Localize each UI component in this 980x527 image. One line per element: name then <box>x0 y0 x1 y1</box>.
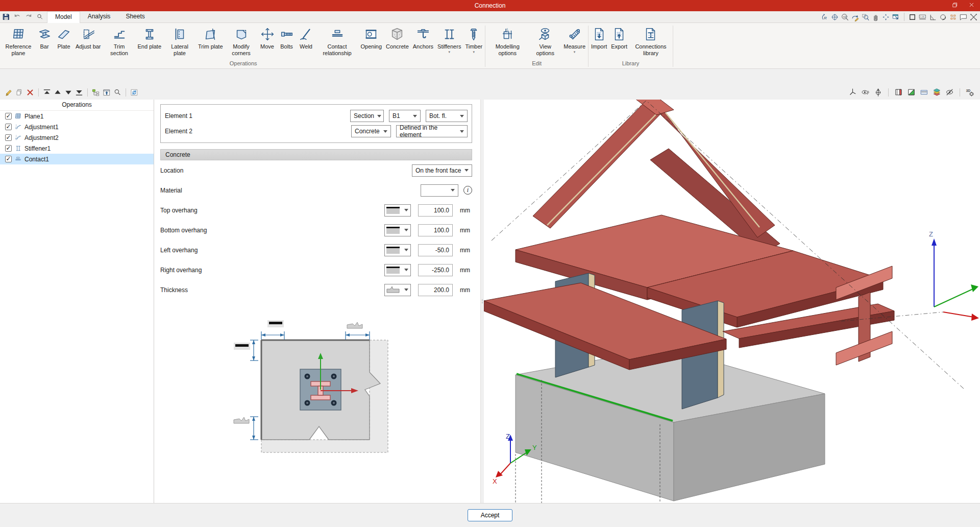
ribbon-button-end-plate[interactable]: End plate <box>136 26 163 51</box>
undo-button[interactable] <box>13 13 21 21</box>
zoom-window-button[interactable] <box>861 13 870 21</box>
layers-button[interactable] <box>932 87 942 97</box>
redo-button[interactable] <box>24 13 33 21</box>
ribbon-button-opening[interactable]: Opening <box>359 26 384 51</box>
tree-item-stiffener1[interactable]: ✓Stiffener1 <box>0 143 154 154</box>
render-3d-button[interactable]: 3D <box>965 87 975 97</box>
dropdown-on-the-front-face[interactable]: On the front face <box>412 164 472 177</box>
checkbox[interactable]: ✓ <box>5 134 12 141</box>
tree-item-adjustment1[interactable]: ✓Adjustment1 <box>0 122 154 132</box>
edit-button[interactable] <box>4 88 13 97</box>
refresh-button[interactable] <box>130 88 139 97</box>
redo-edit-button[interactable] <box>851 13 860 21</box>
move-top-button[interactable] <box>42 88 52 97</box>
ribbon-button-plate[interactable]: Plate <box>54 26 74 51</box>
orbit-center-button[interactable] <box>873 87 883 97</box>
zoom-extents-button[interactable] <box>830 13 839 21</box>
checkbox[interactable]: ✓ <box>5 156 12 162</box>
ribbon-button-modelling-options[interactable]: LModelling options <box>486 26 529 57</box>
close-window-button[interactable] <box>963 0 980 11</box>
solid-view-button[interactable] <box>908 13 917 21</box>
ribbon-button-contact-relationship[interactable]: Contact relationship <box>316 26 359 57</box>
checkbox[interactable]: ✓ <box>5 145 12 152</box>
pan-button[interactable] <box>871 13 880 21</box>
value-input-top-overhang[interactable]: 100.0 <box>418 204 453 217</box>
ribbon-button-modify-corners[interactable]: Modify corners <box>225 26 258 57</box>
delete-button[interactable] <box>26 88 35 97</box>
snap-points-button[interactable] <box>949 13 958 21</box>
checkbox[interactable]: ✓ <box>5 124 12 130</box>
zoom-x2-button[interactable]: ×2 <box>841 13 849 21</box>
unit-scale-button[interactable]: 1.00 <box>918 13 927 21</box>
tree-item-contact1[interactable]: ✓Contact1 <box>0 154 154 164</box>
edge-style-dropdown[interactable] <box>384 244 411 256</box>
ribbon-button-bar[interactable]: Bar <box>35 26 54 51</box>
save-button[interactable] <box>2 13 10 21</box>
comment-button[interactable] <box>959 13 968 21</box>
ribbon-button-connections-library[interactable]: Connections library <box>629 26 672 57</box>
capture-button[interactable] <box>892 13 900 21</box>
move-up-button[interactable] <box>53 88 62 97</box>
ribbon-button-timber[interactable]: Timber▾ <box>463 26 484 54</box>
edge-style-dropdown[interactable] <box>384 204 411 217</box>
tab-sheets[interactable]: Sheets <box>118 11 152 22</box>
move-down-button[interactable] <box>64 88 73 97</box>
clip-plane-button[interactable] <box>919 87 929 97</box>
tools-button[interactable] <box>969 13 978 21</box>
section-view-button[interactable] <box>894 87 903 97</box>
hide-button[interactable] <box>945 87 954 97</box>
tab-model[interactable]: Model <box>47 11 80 23</box>
rotate-button[interactable] <box>939 13 947 21</box>
angle-button[interactable] <box>928 13 937 21</box>
value-input-thickness[interactable]: 200.0 <box>418 284 453 296</box>
ribbon-button-anchors[interactable]: Anchors <box>411 26 435 51</box>
ribbon-button-export[interactable]: Export <box>609 26 629 51</box>
ribbon-button-import[interactable]: Import <box>589 26 609 51</box>
ribbon-button-concrete[interactable]: Concrete <box>384 26 411 51</box>
edge-style-dropdown[interactable] <box>384 264 411 276</box>
ribbon-button-measure[interactable]: Measure▾ <box>561 26 587 54</box>
edge-style-dropdown[interactable] <box>384 284 411 296</box>
ribbon-button-bolts[interactable]: Bolts <box>277 26 297 51</box>
tab-analysis[interactable]: Analysis <box>80 11 118 22</box>
edge-style-dropdown[interactable] <box>384 224 411 236</box>
tree-button[interactable] <box>91 88 101 97</box>
value-input-bottom-overhang[interactable]: 100.0 <box>418 224 453 236</box>
ribbon-button-view-options[interactable]: View options <box>529 26 561 57</box>
dropdown-section[interactable]: Section <box>350 110 384 122</box>
ribbon-button-stiffeners[interactable]: Stiffeners▾ <box>435 26 463 54</box>
ribbon-button-weld[interactable]: Weld <box>297 26 316 51</box>
info-icon[interactable]: i <box>463 186 472 195</box>
checkbox[interactable]: ✓ <box>5 113 12 119</box>
tree-item-plane1[interactable]: ✓Plane1 <box>0 111 154 122</box>
find-button[interactable] <box>113 88 122 97</box>
export-panel-button[interactable] <box>102 88 111 97</box>
copy-button[interactable] <box>15 88 24 97</box>
dropdown-b1[interactable]: B1 <box>389 110 421 122</box>
3d-model-scene[interactable]: Z Y X Z <box>484 100 979 503</box>
value-input-left-overhang[interactable]: -50.0 <box>418 244 453 256</box>
accept-button[interactable]: Accept <box>468 509 513 521</box>
workplane-button[interactable] <box>906 87 916 97</box>
dropdown-bot-fl-[interactable]: Bot. fl. <box>426 110 468 122</box>
ribbon-button-adjust-bar[interactable]: Adjust bar <box>74 26 103 51</box>
restore-window-button[interactable] <box>945 0 963 11</box>
ribbon-button-trim-section[interactable]: Trim section <box>103 26 136 57</box>
dropdown-empty[interactable] <box>421 184 458 197</box>
orbit-button[interactable]: R <box>820 13 829 21</box>
view-rotate-button[interactable] <box>861 87 870 97</box>
ribbon-button-move[interactable]: Move <box>258 26 277 51</box>
ribbon-button-reference-plane[interactable]: Reference plane <box>2 26 35 57</box>
search-button[interactable] <box>36 13 44 21</box>
move-bottom-button[interactable] <box>75 88 84 97</box>
value-input-right-overhang[interactable]: -250.0 <box>418 264 453 276</box>
dropdown-defined-in-the-element[interactable]: Defined in the element <box>396 125 468 137</box>
operations-panel-header: Operations <box>0 100 154 111</box>
tree-item-adjustment2[interactable]: ✓Adjustment2 <box>0 132 154 143</box>
ribbon-button-lateral-plate[interactable]: Lateral plate <box>163 26 196 57</box>
navigate-button[interactable] <box>881 13 890 21</box>
dropdown-concrete[interactable]: Concrete <box>351 125 391 137</box>
3d-viewport[interactable]: Z Y X Z <box>484 100 980 503</box>
tripod-button[interactable] <box>848 87 857 97</box>
ribbon-button-trim-plate[interactable]: Trim plate <box>196 26 225 51</box>
